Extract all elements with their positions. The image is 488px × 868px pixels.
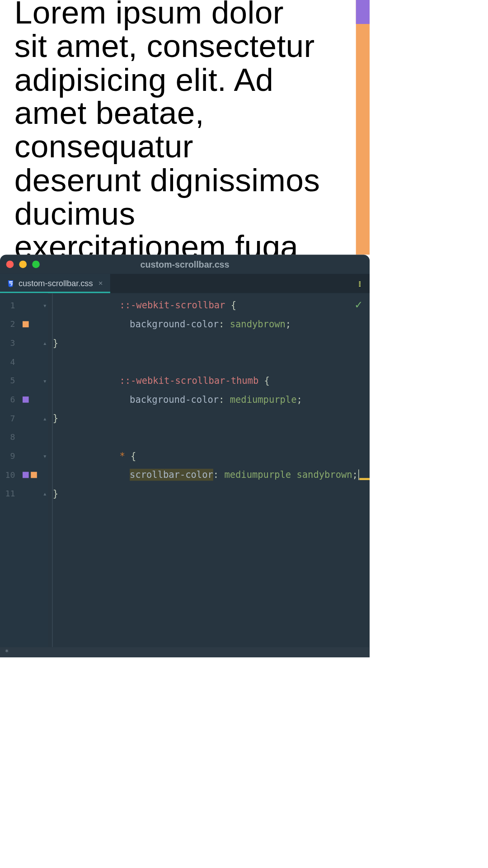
fold-open-icon[interactable]: ▾ bbox=[40, 377, 50, 385]
line-number: 6 bbox=[0, 395, 18, 404]
line-number: 9 bbox=[0, 451, 18, 461]
tab-label: custom-scrollbar.css bbox=[19, 279, 93, 288]
color-swatch-icon bbox=[23, 472, 29, 478]
window-titlebar: custom-scrollbar.css bbox=[0, 255, 370, 274]
code-line[interactable]: 6 background-color: mediumpurple; bbox=[0, 390, 370, 409]
fold-close-icon[interactable]: ▴ bbox=[40, 490, 50, 498]
code-line[interactable]: 7 ▴ } bbox=[0, 409, 370, 428]
text-cursor bbox=[358, 469, 359, 480]
color-swatch-icon bbox=[23, 321, 29, 327]
line-number: 1 bbox=[0, 301, 18, 310]
highlighted-selection: scrollbar-color bbox=[130, 469, 213, 481]
code-area[interactable]: ✓ 1 ▾ ::-webkit-scrollbar { 2 bbox=[0, 293, 370, 647]
color-swatch-icon bbox=[31, 472, 37, 478]
preview-body-text: Lorem ipsum dolor sit amet, consectetur … bbox=[14, 0, 323, 255]
preview-scrollbar-thumb[interactable] bbox=[356, 0, 370, 24]
line-number: 2 bbox=[0, 319, 18, 329]
code-line[interactable]: 10 scrollbar-color: mediumpurple sandybr… bbox=[0, 465, 370, 484]
code-editor-window: custom-scrollbar.css custom-scrollbar.cs… bbox=[0, 255, 370, 658]
line-number: 10 bbox=[0, 470, 18, 480]
fold-open-icon[interactable]: ▾ bbox=[40, 452, 50, 460]
fold-close-icon[interactable]: ▴ bbox=[40, 414, 50, 422]
color-swatch-icon bbox=[23, 396, 29, 403]
window-title: custom-scrollbar.css bbox=[0, 259, 370, 269]
line-number: 11 bbox=[0, 489, 18, 498]
code-line[interactable]: 2 background-color: sandybrown; bbox=[0, 315, 370, 334]
line-number: 4 bbox=[0, 357, 18, 367]
line-number: 3 bbox=[0, 338, 18, 348]
preview-scrollbar-track[interactable] bbox=[356, 0, 370, 255]
status-bar: * bbox=[0, 647, 370, 657]
fold-close-icon[interactable]: ▴ bbox=[40, 339, 50, 347]
tab-menu-button[interactable]: ⋯ bbox=[357, 274, 363, 293]
status-text: * bbox=[5, 648, 9, 656]
preview-pane: Lorem ipsum dolor sit amet, consectetur … bbox=[0, 0, 370, 255]
line-number: 7 bbox=[0, 414, 18, 423]
css3-icon bbox=[7, 280, 14, 288]
line-number: 8 bbox=[0, 432, 18, 442]
code-line[interactable]: 3 ▴ } bbox=[0, 334, 370, 353]
tab-close-icon[interactable]: × bbox=[99, 279, 103, 288]
line-number: 5 bbox=[0, 376, 18, 385]
code-line[interactable]: 11 ▴ } bbox=[0, 484, 370, 503]
fold-open-icon[interactable]: ▾ bbox=[40, 301, 50, 309]
